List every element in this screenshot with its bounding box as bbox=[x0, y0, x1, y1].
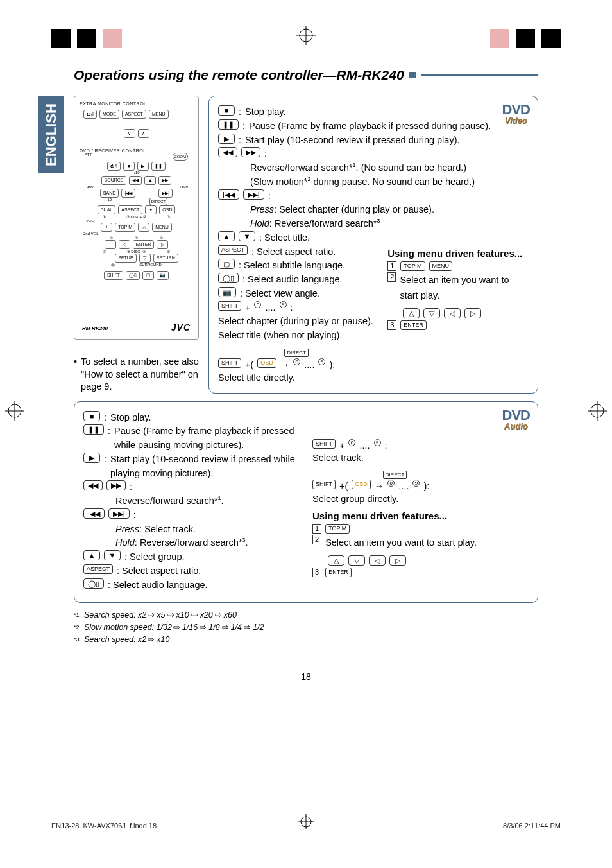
main-row: EXTRA MONITOR CONTROL ⏻/I MODE ASPECT ME… bbox=[74, 96, 538, 394]
format-audio: Audio bbox=[502, 421, 530, 431]
content: Operations using the remote controller—R… bbox=[74, 67, 538, 682]
footnote-1: *1 Search speed: x2 ⇨x5 ⇨x10 ⇨x20 ⇨x60 bbox=[74, 609, 538, 621]
audio-stop: ■ : Stop play. bbox=[83, 411, 300, 425]
direct-button-top: DIRECT bbox=[284, 349, 309, 357]
shift-button: SHIFT bbox=[218, 301, 241, 311]
label-plus10: +10 bbox=[80, 171, 193, 175]
rbtn-stop: ■ bbox=[123, 162, 135, 171]
rbtn-topm: TOP M bbox=[115, 223, 135, 232]
num-0c: 0 bbox=[348, 439, 355, 446]
footer-filename: EN13-28_KW-AVX706J_f.indd 18 bbox=[51, 822, 157, 829]
step-2-num: 2 bbox=[387, 272, 396, 282]
aspect-desc: : Select aspect ratio. bbox=[251, 245, 336, 259]
rewind-icon: ◀◀ bbox=[218, 147, 237, 157]
circ7: ⑦ bbox=[103, 249, 106, 254]
rbtn-down: ∨ bbox=[124, 129, 135, 138]
rbtn-direct: DIRECT bbox=[149, 198, 167, 205]
angle-icon: 📷 bbox=[218, 287, 236, 297]
arrow-down-icon-2: ▽ bbox=[348, 555, 365, 566]
audio-aspect-desc: : Select aspect ratio. bbox=[117, 564, 201, 578]
crop-marks bbox=[0, 13, 612, 39]
rbtn-zoom: ZOOM bbox=[173, 153, 188, 161]
label-surround: SURROUND bbox=[139, 263, 162, 268]
circ6: ⑥ bbox=[160, 236, 163, 240]
remote-brand-logo: JVC bbox=[171, 322, 191, 333]
arrow-right-icon-2: ▷ bbox=[389, 555, 406, 566]
rbtn-right: ▷ bbox=[157, 240, 168, 249]
video-menu-header: Using menu driven features... bbox=[387, 248, 529, 259]
aspect-button: ASPECT bbox=[218, 245, 248, 255]
audio-icon: ◯▯ bbox=[218, 273, 239, 283]
circ2: ② DISC+ ② bbox=[126, 214, 146, 219]
page-heading: Operations using the remote controller—R… bbox=[74, 67, 538, 83]
video-step-2: 2 Select an item you want to start play. bbox=[387, 272, 529, 304]
rbtn-pause: ❚❚ bbox=[151, 162, 166, 171]
down-icon-2: ▼ bbox=[104, 550, 121, 560]
audio-step-2-arrows: △ ▽ ◁ ▷ bbox=[328, 555, 406, 566]
rbtn-voldn: - bbox=[105, 240, 116, 249]
format-badge-video: DVD Video bbox=[502, 101, 530, 125]
video-pause: ❚❚ : Pause (Frame by frame playback if p… bbox=[218, 119, 529, 134]
shift09-l2: Select title (when not playing). bbox=[218, 329, 375, 343]
osd-button-2: OSD bbox=[352, 480, 371, 489]
play-icon: ▶ bbox=[218, 134, 235, 144]
circ5: ⑤ bbox=[135, 236, 138, 240]
shift-button-3: SHIFT bbox=[312, 439, 336, 449]
video-step-2-arrows: △ ▽ ◁ ▷ bbox=[403, 308, 481, 318]
rbtn-osd: OSD bbox=[159, 205, 175, 214]
footer-datetime: 8/3/06 2:11:44 PM bbox=[503, 822, 561, 829]
dvd-audio-panel: DVD Audio ■ : Stop play. ❚❚ : Pause (Fra… bbox=[74, 401, 538, 603]
subtitle-desc: : Select subtitle language. bbox=[239, 259, 345, 273]
video-aspect: ASPECT: Select aspect ratio. bbox=[218, 245, 375, 259]
audio-updown-desc: : Select group. bbox=[124, 550, 185, 564]
num-0d: 0 bbox=[387, 480, 395, 487]
label-m10: −10 bbox=[105, 198, 112, 205]
num-9d: 9 bbox=[412, 480, 420, 487]
footnote-2: *2 Slow motion speed: 1/32 ⇨1/16 ⇨1/8 ⇨1… bbox=[74, 621, 538, 634]
num-9c: 9 bbox=[374, 439, 381, 446]
remote-model: RM-RK240 bbox=[82, 326, 108, 331]
shift-button-4: SHIFT bbox=[312, 480, 336, 489]
prevnext-press: Press: Select chapter (during play or pa… bbox=[250, 203, 529, 217]
registration-mark-bottom bbox=[298, 814, 314, 832]
rwff-desc2: (Slow motion*2 during pause. No sound ca… bbox=[250, 175, 529, 189]
rbtn-aspect2: ASPECT bbox=[118, 205, 142, 214]
rbtn-tri-up: △ bbox=[138, 223, 149, 232]
rbtn-shift: SHIFT bbox=[104, 271, 123, 280]
stop-icon-2: ■ bbox=[83, 411, 100, 421]
video-play: ▶ : Start play (10-second review if pres… bbox=[218, 134, 529, 148]
rbtn-left: ◁ bbox=[119, 240, 130, 249]
page: Operations using the remote controller—R… bbox=[0, 0, 612, 868]
remote-note: •To select a number, see also "How to se… bbox=[74, 356, 199, 394]
audio-step-3: 3 ENTER bbox=[312, 568, 529, 577]
step-1-num: 1 bbox=[387, 261, 396, 271]
audio-hold: Hold: Reverse/forward search*3. bbox=[115, 536, 300, 550]
updown-desc: : Select title. bbox=[259, 231, 310, 245]
heading-text: Operations using the remote controller—R… bbox=[74, 67, 404, 83]
audio-updown: ▲ ▼ : Select group. bbox=[83, 550, 300, 564]
num-0b: 0 bbox=[293, 358, 300, 365]
rbtn-prev: |◀◀ bbox=[121, 189, 135, 198]
angle-desc: : Select view angle. bbox=[240, 287, 320, 301]
language-tab: ENGLISH bbox=[38, 96, 64, 173]
video-step-3: 3 ENTER bbox=[387, 320, 529, 330]
stop-icon: ■ bbox=[218, 105, 235, 116]
rbtn-mode: MODE bbox=[99, 110, 119, 119]
rbtn-band: BAND bbox=[100, 189, 119, 198]
play-icon-2: ▶ bbox=[83, 453, 100, 463]
audio-pause-desc: Pause (Frame by frame playback if presse… bbox=[114, 424, 300, 453]
audio-desc: : Select audio language. bbox=[242, 273, 343, 287]
aspect-button-2: ASPECT bbox=[83, 564, 113, 574]
enter-button: ENTER bbox=[400, 320, 427, 330]
rwff-desc1: Reverse/forward search*1. (No sound can … bbox=[250, 161, 529, 175]
step-3-num: 3 bbox=[387, 320, 396, 330]
circ0: ⓪ bbox=[111, 263, 115, 268]
label-m100: −100 bbox=[85, 185, 94, 189]
audio-menu-header: Using menu driven features... bbox=[312, 510, 529, 521]
rbtn-menu: MENU bbox=[149, 110, 169, 119]
arrow-up-icon: △ bbox=[403, 308, 420, 318]
registration-mark-left bbox=[5, 401, 24, 423]
footnote-3: *3 Search speed: x2 ⇨x10 bbox=[74, 634, 538, 646]
arrow-up-icon-2: △ bbox=[328, 555, 344, 566]
circ4: ④ bbox=[110, 236, 113, 240]
